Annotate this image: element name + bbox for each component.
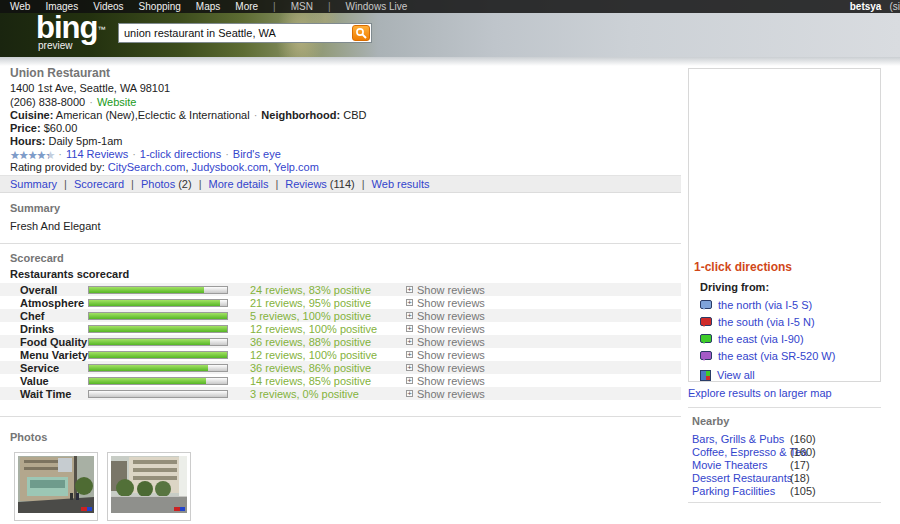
show-reviews-toggle[interactable]: +Show reviews: [406, 388, 485, 400]
rating-source-link[interactable]: CitySearch.com: [108, 161, 186, 173]
trademark-symbol: ™: [97, 25, 105, 34]
top-nav: WebImagesVideosShoppingMapsMore|MSN|Wind…: [0, 0, 900, 13]
score-category-label: Drinks: [20, 323, 88, 335]
directions-heading: 1-click directions: [694, 260, 874, 274]
scorecard-row: Wait Time3 reviews, 0% positive+Show rev…: [0, 387, 681, 400]
score-bar: [88, 325, 228, 333]
nav-item-more[interactable]: More: [235, 1, 258, 12]
tab-summary[interactable]: Summary: [10, 178, 57, 190]
scorecard-table: Overall24 reviews, 83% positive+Show rev…: [0, 283, 681, 400]
signed-in-user[interactable]: betsya: [850, 1, 882, 12]
route-item[interactable]: the east (via SR-520 W): [700, 350, 874, 361]
scorecard-row: Atmosphere21 reviews, 95% positive+Show …: [0, 296, 681, 309]
nearby-item: Movie Theaters(17): [692, 459, 882, 472]
scorecard-heading: Scorecard: [10, 252, 64, 264]
cuisine-label: Cuisine:: [10, 109, 53, 121]
score-bar: [88, 364, 228, 372]
birds-eye-link[interactable]: Bird's eye: [233, 148, 281, 160]
show-reviews-label: Show reviews: [417, 297, 485, 309]
photo-1[interactable]: [14, 452, 98, 521]
scorecard-row: Chef5 reviews, 100% positive+Show review…: [0, 309, 681, 322]
right-divider: [688, 407, 881, 408]
nearby-category-link[interactable]: Movie Theaters: [692, 459, 768, 471]
route-item[interactable]: the east (via I-90): [700, 333, 874, 344]
sign-out-link[interactable]: (si: [889, 1, 900, 12]
score-category-label: Chef: [20, 310, 88, 322]
score-reviews-text: 5 reviews, 100% positive: [250, 310, 406, 322]
show-reviews-toggle[interactable]: +Show reviews: [406, 336, 485, 348]
scorecard-row: Service36 reviews, 86% positive+Show rev…: [0, 361, 681, 374]
show-reviews-toggle[interactable]: +Show reviews: [406, 349, 485, 361]
tab-separator: |: [131, 178, 134, 190]
nav-item-msn[interactable]: MSN: [291, 1, 313, 12]
show-reviews-toggle[interactable]: +Show reviews: [406, 362, 485, 374]
tab-web-results[interactable]: Web results: [372, 178, 430, 190]
rating-source-link[interactable]: Yelp.com: [274, 161, 319, 173]
score-category-label: Overall: [20, 284, 88, 296]
rating-sources: CitySearch.com, Judysbook.com, Yelp.com: [108, 161, 319, 173]
bing-logo[interactable]: bing™ preview: [36, 13, 105, 51]
tab-photos[interactable]: Photos: [141, 178, 175, 190]
route-item[interactable]: the north (via I-5 S): [700, 299, 874, 310]
score-reviews-text: 24 reviews, 83% positive: [250, 284, 406, 296]
nearby-item: Parking Facilities(105): [692, 485, 882, 498]
show-reviews-toggle[interactable]: +Show reviews: [406, 297, 485, 309]
route-item[interactable]: the south (via I-5 N): [700, 316, 874, 327]
tab-reviews[interactable]: Reviews: [285, 178, 327, 190]
business-phone: (206) 838-8000: [10, 96, 85, 108]
show-reviews-toggle[interactable]: +Show reviews: [406, 284, 485, 296]
score-bar: [88, 390, 228, 398]
explore-map-link[interactable]: Explore results on larger map: [688, 387, 832, 399]
reviews-link[interactable]: 114 Reviews: [66, 148, 128, 160]
rating-source-link[interactable]: Judysbook.com: [192, 161, 268, 173]
nav-item-videos[interactable]: Videos: [93, 1, 123, 12]
score-bar-fill: [89, 352, 227, 358]
show-reviews-toggle[interactable]: +Show reviews: [406, 375, 485, 387]
map-pin-icon: [700, 317, 712, 326]
score-reviews-text: 3 reviews, 0% positive: [250, 388, 406, 400]
nav-item-windows-live[interactable]: Windows Live: [346, 1, 408, 12]
expand-plus-icon: +: [406, 286, 413, 293]
tab-scorecard[interactable]: Scorecard: [74, 178, 124, 190]
score-bar-fill: [89, 300, 220, 306]
nearby-category-link[interactable]: Parking Facilities: [692, 485, 775, 497]
separator-dot: ·: [58, 148, 62, 160]
photo-2[interactable]: [107, 452, 191, 521]
nearby-count: (105): [790, 485, 816, 497]
score-reviews-text: 36 reviews, 86% positive: [250, 362, 406, 374]
view-all-link[interactable]: View all: [700, 369, 874, 381]
score-category-label: Service: [20, 362, 88, 374]
mini-map-icon: [700, 370, 711, 381]
website-link[interactable]: Website: [97, 96, 137, 108]
score-bar-fill: [89, 287, 204, 293]
nav-item-shopping[interactable]: Shopping: [139, 1, 181, 12]
tab-more-details[interactable]: More details: [208, 178, 268, 190]
nearby-category-link[interactable]: Dessert Restaurants: [692, 472, 792, 484]
score-reviews-text: 21 reviews, 95% positive: [250, 297, 406, 309]
business-name: Union Restaurant: [10, 66, 366, 81]
cuisine-line: Cuisine: American (New),Eclectic & Inter…: [10, 109, 366, 122]
nearby-count: (18): [790, 472, 810, 484]
nav-item-maps[interactable]: Maps: [196, 1, 220, 12]
expand-plus-icon: +: [406, 351, 413, 358]
one-click-directions-link[interactable]: 1-click directions: [140, 148, 221, 160]
nearby-list: Bars, Grills & Pubs(160)Coffee, Espresso…: [692, 433, 882, 498]
scorecard-row: Food Quality36 reviews, 88% positive+Sho…: [0, 335, 681, 348]
price-line: Price: $60.00: [10, 122, 366, 135]
show-reviews-toggle[interactable]: +Show reviews: [406, 310, 485, 322]
score-bar-fill: [89, 339, 210, 345]
search-input[interactable]: [119, 25, 352, 41]
nav-item-web[interactable]: Web: [10, 1, 30, 12]
show-reviews-toggle[interactable]: +Show reviews: [406, 323, 485, 335]
scorecard-subheading: Restaurants scorecard: [10, 268, 129, 280]
score-bar-fill: [89, 365, 208, 371]
search-button[interactable]: [352, 25, 370, 41]
route-label: the south (via I-5 N): [718, 316, 815, 328]
expand-plus-icon: +: [406, 390, 413, 397]
show-reviews-label: Show reviews: [417, 310, 485, 322]
nearby-category-link[interactable]: Bars, Grills & Pubs: [692, 433, 784, 445]
nav-separator: |: [328, 1, 331, 12]
show-reviews-label: Show reviews: [417, 388, 485, 400]
expand-plus-icon: +: [406, 299, 413, 306]
score-bar: [88, 338, 228, 346]
